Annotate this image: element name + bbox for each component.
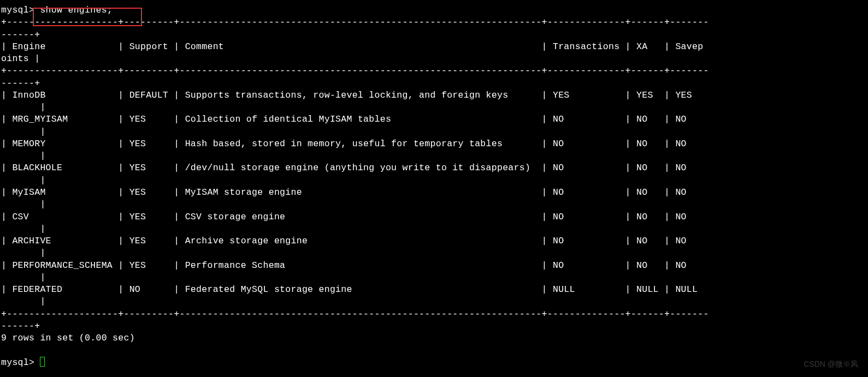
- watermark-text: CSDN @微※风: [804, 359, 858, 369]
- next-prompt-line[interactable]: mysql>: [1, 357, 867, 369]
- blank-line: [1, 344, 867, 356]
- sql-command: show engines;: [34, 5, 113, 15]
- mysql-prompt: mysql>: [1, 5, 34, 15]
- cursor-icon: [40, 357, 45, 367]
- query-result-table: +--------------------+---------+--------…: [1, 16, 867, 332]
- mysql-prompt: mysql>: [1, 357, 40, 368]
- command-line: mysql> show engines;: [1, 4, 867, 16]
- result-footer: 9 rows in set (0.00 sec): [1, 332, 867, 344]
